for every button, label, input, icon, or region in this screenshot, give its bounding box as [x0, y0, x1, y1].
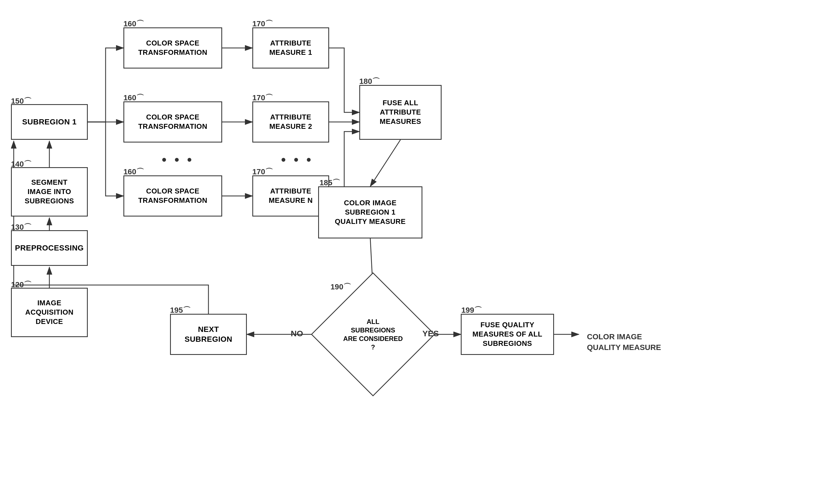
id-160a: 160⌒: [123, 19, 144, 29]
preprocessing-label: PREPROCESSING: [15, 243, 84, 253]
next-subregion-label: NEXT SUBREGION: [185, 324, 232, 344]
image-acquisition-box: IMAGE ACQUISITION DEVICE: [11, 288, 88, 337]
id-170c: 170⌒: [252, 167, 273, 177]
next-subregion-box: NEXT SUBREGION: [170, 314, 247, 355]
output-label: COLOR IMAGE QUALITY MEASURE: [587, 321, 661, 353]
segment-box: SEGMENT IMAGE INTO SUBREGIONS: [11, 167, 88, 216]
id-130: 130⌒: [11, 222, 32, 232]
attr1-box: ATTRIBUTE MEASURE 1: [252, 28, 329, 69]
id-150: 150⌒: [11, 96, 32, 106]
diagram: IMAGE ACQUISITION DEVICE 120⌒ PREPROCESS…: [0, 0, 839, 504]
cst3-label: COLOR SPACE TRANSFORMATION: [138, 187, 207, 205]
cst3-box: COLOR SPACE TRANSFORMATION: [123, 175, 222, 216]
arrows-svg: [0, 0, 839, 504]
attr1-label: ATTRIBUTE MEASURE 1: [269, 39, 312, 57]
attrN-box: ATTRIBUTE MEASURE N: [252, 175, 329, 216]
subregion1-label: SUBREGION 1: [22, 117, 76, 127]
quality-measure-box: COLOR IMAGE SUBREGION 1 QUALITY MEASURE: [318, 186, 422, 238]
id-180: 180⌒: [359, 76, 380, 87]
fuse-quality-label: FUSE QUALITY MEASURES OF ALL SUBREGIONS: [473, 320, 542, 348]
dots-cst: • • •: [162, 152, 194, 167]
subregion1-box: SUBREGION 1: [11, 104, 88, 140]
fuse-attr-label: FUSE ALL ATTRIBUTE MEASURES: [380, 98, 421, 126]
cst1-box: COLOR SPACE TRANSFORMATION: [123, 28, 222, 69]
id-160c: 160⌒: [123, 167, 144, 177]
id-195: 195⌒: [170, 305, 191, 316]
image-acquisition-label: IMAGE ACQUISITION DEVICE: [25, 299, 73, 326]
cst1-label: COLOR SPACE TRANSFORMATION: [138, 39, 207, 57]
svg-line-9: [370, 140, 400, 186]
segment-label: SEGMENT IMAGE INTO SUBREGIONS: [25, 178, 74, 205]
id-190: 190⌒: [331, 282, 351, 292]
id-140: 140⌒: [11, 159, 32, 169]
diamond-text: ALL SUBREGIONS ARE CONSIDERED ?: [343, 317, 403, 352]
yes-label: YES: [422, 329, 439, 338]
id-160b: 160⌒: [123, 93, 144, 103]
attr2-label: ATTRIBUTE MEASURE 2: [269, 113, 312, 131]
no-label: NO: [291, 329, 303, 338]
id-170a: 170⌒: [252, 19, 273, 29]
attr2-box: ATTRIBUTE MEASURE 2: [252, 102, 329, 143]
fuse-attr-box: FUSE ALL ATTRIBUTE MEASURES: [359, 85, 441, 140]
preprocessing-box: PREPROCESSING: [11, 230, 88, 266]
attrN-label: ATTRIBUTE MEASURE N: [269, 187, 313, 205]
dots-attr: • • •: [281, 152, 313, 167]
id-185: 185⌒: [319, 178, 340, 188]
cst2-box: COLOR SPACE TRANSFORMATION: [123, 102, 222, 143]
id-199: 199⌒: [461, 305, 482, 316]
decision-diamond: ALL SUBREGIONS ARE CONSIDERED ?: [329, 290, 417, 378]
cst2-label: COLOR SPACE TRANSFORMATION: [138, 113, 207, 131]
quality-measure-label: COLOR IMAGE SUBREGION 1 QUALITY MEASURE: [335, 198, 406, 226]
id-120: 120⌒: [11, 280, 32, 290]
id-170b: 170⌒: [252, 93, 273, 103]
fuse-quality-box: FUSE QUALITY MEASURES OF ALL SUBREGIONS: [461, 314, 554, 355]
